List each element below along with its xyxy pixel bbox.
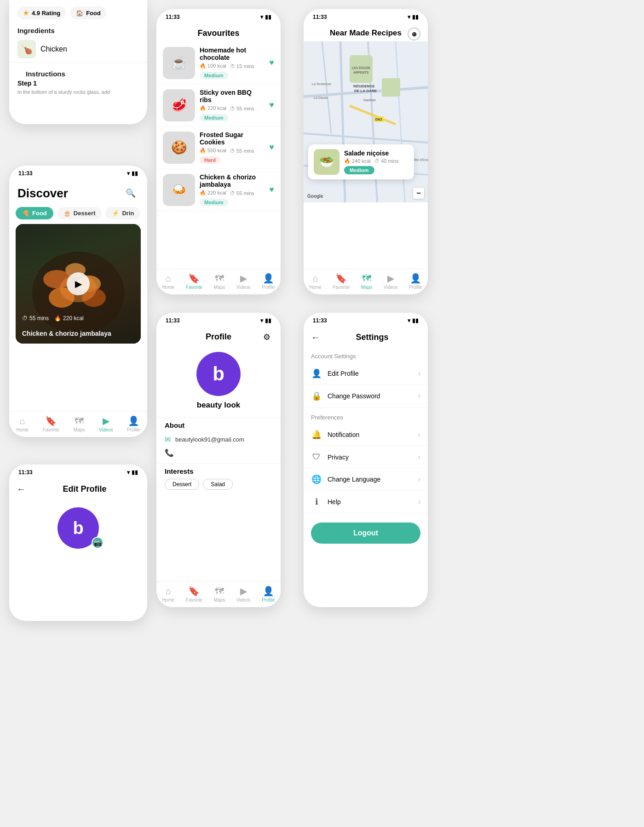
fav-name-1: Homemade hot chocolate (200, 46, 264, 61)
category-tab-dessert[interactable]: 🎂 Dessert (57, 207, 102, 219)
nav-fav-profile-label: Favorite (186, 597, 202, 603)
interest-chip-dessert[interactable]: Dessert (165, 479, 199, 490)
nav-maps-map[interactable]: 🗺 Maps (361, 273, 372, 290)
edit-profile-chevron: › (418, 369, 420, 378)
status-bar-discover: 11:33 ▾ ▮▮ (9, 166, 147, 178)
change-language-item[interactable]: 🌐 Change Language › (304, 468, 428, 491)
privacy-item[interactable]: 🛡 Privacy › (304, 446, 428, 468)
fav-item-3[interactable]: 🍪 Frosted Sugar Cookies 🔥 550 kcal ⏱ 55 … (156, 126, 281, 169)
fav-icon-profile: 🔖 (188, 586, 200, 597)
nav-profile-discover-label: Profile (127, 427, 140, 432)
fav-item-2[interactable]: 🥩 Sticky oven BBQ ribs 🔥 220 kcal ⏱ 55 m… (156, 84, 281, 126)
nav-profile-discover[interactable]: 👤 Profile (127, 415, 140, 432)
interest-chip-salad[interactable]: Salad (203, 479, 233, 490)
search-button[interactable]: 🔍 (122, 185, 139, 201)
zoom-minus-btn[interactable]: − (413, 188, 424, 199)
food-badge: 🏠 Food (70, 6, 106, 19)
time-settings: 11:33 (313, 317, 327, 324)
nav-profile-fav[interactable]: 👤 Profile (262, 273, 275, 290)
food-tab-icon: 🍕 (22, 210, 29, 217)
wifi-icon: ▾ (260, 14, 263, 20)
fav-meta-4: 🔥 220 kcal ⏱ 55 mins (200, 190, 264, 196)
fav-time-4: ⏱ 55 mins (230, 190, 254, 196)
fav-meta-2: 🔥 220 kcal ⏱ 55 mins (200, 105, 264, 111)
change-password-item[interactable]: 🔒 Change Password › (304, 385, 428, 408)
category-tab-drinks[interactable]: ⚡ Drin (105, 207, 140, 219)
nav-home-fav[interactable]: ⌂ Home (162, 273, 174, 290)
nav-home-profile[interactable]: ⌂ Home (162, 586, 174, 603)
profile-icon-profile: 👤 (263, 586, 274, 597)
nav-fav-map-label: Favorite (333, 285, 350, 290)
nav-favorite-discover[interactable]: 🔖 Favorite (43, 415, 59, 432)
popup-image: 🥗 (314, 149, 339, 175)
edit-profile-card: 11:33 ▾ ▮▮ ← Edit Profile b 📷 (9, 465, 147, 621)
nav-videos-profile[interactable]: ▶ Videos (236, 586, 250, 603)
nav-videos-discover[interactable]: ▶ Videos (99, 415, 113, 432)
svg-rect-10 (382, 78, 400, 97)
change-language-label: Change Language (328, 476, 413, 483)
map-title: Near Made Recipes (330, 29, 402, 37)
play-button[interactable]: ▶ (67, 272, 90, 295)
nav-maps-profile[interactable]: 🗺 Maps (214, 586, 225, 603)
notification-item[interactable]: 🔔 Notification › (304, 424, 428, 446)
change-language-chevron: › (418, 475, 420, 483)
fav-item-1[interactable]: ☕ Homemade hot chocolate 🔥 100 kcal ⏱ 15… (156, 42, 281, 84)
fav-heart-3[interactable]: ♥ (269, 143, 274, 152)
food-tab-label: Food (32, 210, 47, 217)
status-bar-map: 11:33 ▾ ▮▮ (304, 9, 428, 22)
popup-name: Salade niçoise (344, 149, 399, 157)
nav-favorite-map[interactable]: 🔖 Favorite (333, 273, 350, 290)
nav-home-map[interactable]: ⌂ Home (309, 273, 322, 290)
fav-heart-4[interactable]: ♥ (269, 185, 274, 195)
rating-badge: ★ 4.9 Rating (17, 6, 66, 19)
nav-home-discover[interactable]: ⌂ Home (16, 416, 29, 432)
videos-icon-discover: ▶ (103, 415, 109, 426)
help-label: Help (328, 498, 413, 505)
help-icon: ℹ (311, 497, 322, 507)
edit-avatar-camera-btn[interactable]: 📷 (92, 537, 104, 549)
nav-home-map-label: Home (309, 285, 322, 290)
fav-item-4[interactable]: 🍛 Chicken & chorizo jambalaya 🔥 220 kcal… (156, 169, 281, 211)
discover-title: Discover (17, 186, 68, 201)
category-tab-food[interactable]: 🍕 Food (16, 207, 53, 219)
nav-profile-map[interactable]: 👤 Profile (409, 273, 422, 290)
edit-profile-icon: 👤 (311, 368, 322, 379)
nav-favorite-fav[interactable]: 🔖 Favorite (186, 273, 202, 290)
edit-profile-item[interactable]: 👤 Edit Profile › (304, 362, 428, 385)
video-card[interactable]: ▶ ⏱ 55 mins 🔥 220 kcal Chicken & chorizo… (16, 224, 141, 344)
edit-profile-back-button[interactable]: ← (17, 484, 26, 494)
svg-text:La Gaude: La Gaude (314, 96, 328, 99)
home-icon-map: ⌂ (313, 273, 318, 284)
profile-card: 11:33 ▾ ▮▮ Profile ⚙ b beauty look About… (156, 313, 281, 607)
nav-videos-map-label: Videos (384, 285, 397, 290)
logout-button[interactable]: Logout (311, 523, 420, 544)
nav-maps-discover[interactable]: 🗺 Maps (74, 416, 85, 432)
fav-name-3: Frosted Sugar Cookies (200, 131, 264, 146)
nav-favorite-profile[interactable]: 🔖 Favorite (186, 586, 202, 603)
signal-icon-profile: ▮▮ (265, 317, 271, 324)
settings-button[interactable]: ⚙ (259, 330, 274, 345)
signal-icon-discover: ▮▮ (132, 170, 138, 177)
nav-profile-profile[interactable]: 👤 Profile (262, 586, 275, 603)
nav-videos-map[interactable]: ▶ Videos (384, 273, 397, 290)
fav-heart-1[interactable]: ♥ (269, 58, 274, 68)
signal-icons-discover: ▾ ▮▮ (127, 170, 138, 177)
map-locator-btn[interactable]: ⊕ (408, 28, 420, 40)
nav-profile-profile-label: Profile (262, 597, 275, 603)
step-text: In the bottom of a sturdy rocks glass, a… (17, 89, 139, 96)
signal-icon-settings: ▮▮ (412, 317, 419, 324)
settings-back-button[interactable]: ← (311, 332, 320, 343)
dessert-tab-icon: 🎂 (63, 210, 71, 217)
nav-maps-fav[interactable]: 🗺 Maps (214, 273, 225, 290)
fav-img-4: 🍛 (163, 174, 195, 206)
help-item[interactable]: ℹ Help › (304, 491, 428, 513)
profile-icon: 👤 (263, 273, 274, 284)
edit-profile-title: Edit Profile (63, 484, 106, 494)
nav-videos-profile-label: Videos (236, 597, 250, 603)
fav-heart-2[interactable]: ♥ (269, 100, 274, 110)
map-area[interactable]: LES DOUZE ARPENTS La Tendresse RÉSIDENCE… (304, 41, 428, 202)
svg-text:Gazeran: Gazeran (363, 98, 376, 102)
nav-videos-fav[interactable]: ▶ Videos (236, 273, 250, 290)
video-kcal-stat: 🔥 220 kcal (54, 315, 84, 322)
fav-time-3: ⏱ 55 mins (230, 148, 254, 154)
